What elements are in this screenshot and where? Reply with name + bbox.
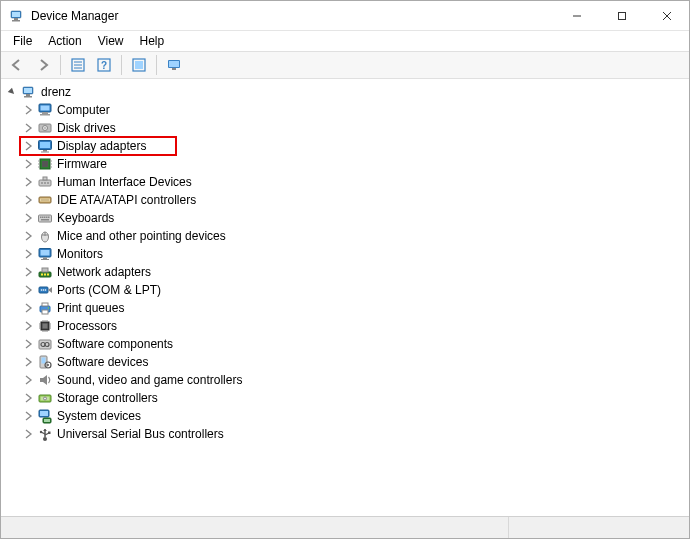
- toolbar: [1, 51, 689, 79]
- svg-rect-104: [618, 12, 625, 19]
- arrow-right-icon: [35, 57, 51, 73]
- tree-root-node[interactable]: drenz: [3, 83, 687, 101]
- tree-category-label: System devices: [57, 407, 141, 425]
- device-tree[interactable]: drenz ComputerDisk drivesDisplay adapter…: [1, 79, 689, 516]
- tree-category-label: Keyboards: [57, 209, 114, 227]
- network-icon: [37, 264, 53, 280]
- tree-category-label: Software devices: [57, 353, 148, 371]
- expand-icon[interactable]: [21, 337, 35, 351]
- tree-category-node[interactable]: Software devices: [21, 353, 687, 371]
- expand-icon[interactable]: [21, 427, 35, 441]
- ide-icon: [37, 192, 53, 208]
- app-icon: [9, 8, 25, 24]
- expand-icon[interactable]: [21, 301, 35, 315]
- expand-icon[interactable]: [21, 211, 35, 225]
- menu-action[interactable]: Action: [40, 32, 89, 50]
- title-bar: Device Manager: [1, 1, 689, 31]
- expand-icon[interactable]: [21, 319, 35, 333]
- tree-category-node[interactable]: Human Interface Devices: [21, 173, 687, 191]
- toolbar-back-button[interactable]: [5, 54, 29, 76]
- tree-category-label: Ports (COM & LPT): [57, 281, 161, 299]
- close-button[interactable]: [644, 1, 689, 31]
- expand-icon[interactable]: [21, 157, 35, 171]
- storage-icon: [37, 390, 53, 406]
- minimize-button[interactable]: [554, 1, 599, 31]
- monitor-icon: [166, 57, 182, 73]
- tree-category-node[interactable]: Software components: [21, 335, 687, 353]
- tree-category-label: Storage controllers: [57, 389, 158, 407]
- toolbar-separator: [156, 55, 157, 75]
- window-title: Device Manager: [31, 9, 118, 23]
- usb-icon: [37, 426, 53, 442]
- status-bar: [1, 516, 689, 538]
- tree-category-node[interactable]: Processors: [21, 317, 687, 335]
- tree-category-node[interactable]: Firmware: [21, 155, 687, 173]
- expand-icon[interactable]: [21, 103, 35, 117]
- menu-file[interactable]: File: [5, 32, 40, 50]
- tree-category-node[interactable]: Mice and other pointing devices: [21, 227, 687, 245]
- tree-category-label: Computer: [57, 101, 110, 119]
- tree-category-node[interactable]: Print queues: [21, 299, 687, 317]
- firmware-icon: [37, 156, 53, 172]
- keyboard-icon: [37, 210, 53, 226]
- toolbar-forward-button[interactable]: [31, 54, 55, 76]
- tree-category-node[interactable]: Universal Serial Bus controllers: [21, 425, 687, 443]
- toolbar-scan-button[interactable]: [127, 54, 151, 76]
- tree-category-node[interactable]: System devices: [21, 407, 687, 425]
- menu-help[interactable]: Help: [132, 32, 173, 50]
- expand-icon[interactable]: [21, 229, 35, 243]
- port-icon: [37, 282, 53, 298]
- tree-category-node[interactable]: Monitors: [21, 245, 687, 263]
- system-icon: [37, 408, 53, 424]
- expand-icon[interactable]: [21, 409, 35, 423]
- status-cell: [509, 517, 689, 538]
- tree-category-label: Network adapters: [57, 263, 151, 281]
- expand-icon[interactable]: [21, 283, 35, 297]
- help-icon: [96, 57, 112, 73]
- tree-category-node[interactable]: Computer: [21, 101, 687, 119]
- tree-category-label: IDE ATA/ATAPI controllers: [57, 191, 196, 209]
- expand-icon[interactable]: [21, 265, 35, 279]
- tree-category-label: Software components: [57, 335, 173, 353]
- sound-icon: [37, 372, 53, 388]
- mouse-icon: [37, 228, 53, 244]
- tree-category-node[interactable]: Ports (COM & LPT): [21, 281, 687, 299]
- tree-category-label: Universal Serial Bus controllers: [57, 425, 224, 443]
- toolbar-separator: [60, 55, 61, 75]
- tree-category-node[interactable]: Disk drives: [21, 119, 687, 137]
- tree-category-node[interactable]: IDE ATA/ATAPI controllers: [21, 191, 687, 209]
- expand-icon[interactable]: [21, 193, 35, 207]
- menu-bar: File Action View Help: [1, 31, 689, 51]
- toolbar-devices-button[interactable]: [162, 54, 186, 76]
- list-icon: [70, 57, 86, 73]
- toolbar-separator: [121, 55, 122, 75]
- maximize-icon: [617, 11, 627, 21]
- expand-icon[interactable]: [21, 175, 35, 189]
- printer-icon: [37, 300, 53, 316]
- tree-category-node[interactable]: Network adapters: [21, 263, 687, 281]
- expand-icon[interactable]: [21, 139, 35, 153]
- cpu-icon: [37, 318, 53, 334]
- scan-icon: [131, 57, 147, 73]
- expand-icon[interactable]: [21, 355, 35, 369]
- maximize-button[interactable]: [599, 1, 644, 31]
- disk-icon: [37, 120, 53, 136]
- expand-icon[interactable]: [21, 373, 35, 387]
- expand-icon[interactable]: [21, 247, 35, 261]
- expand-icon[interactable]: [21, 121, 35, 135]
- tree-category-label: Firmware: [57, 155, 107, 173]
- tree-category-node[interactable]: Sound, video and game controllers: [21, 371, 687, 389]
- tree-category-label: Sound, video and game controllers: [57, 371, 242, 389]
- menu-view[interactable]: View: [90, 32, 132, 50]
- expand-icon[interactable]: [21, 391, 35, 405]
- monitor-icon: [37, 246, 53, 262]
- collapse-icon[interactable]: [5, 85, 19, 99]
- tree-category-node[interactable]: Display adapters: [21, 137, 687, 155]
- computer-icon: [37, 102, 53, 118]
- toolbar-help-button[interactable]: [92, 54, 116, 76]
- swcomp-icon: [37, 336, 53, 352]
- toolbar-show-hidden-button[interactable]: [66, 54, 90, 76]
- tree-category-node[interactable]: Keyboards: [21, 209, 687, 227]
- tree-category-node[interactable]: Storage controllers: [21, 389, 687, 407]
- computer-root-icon: [21, 84, 37, 100]
